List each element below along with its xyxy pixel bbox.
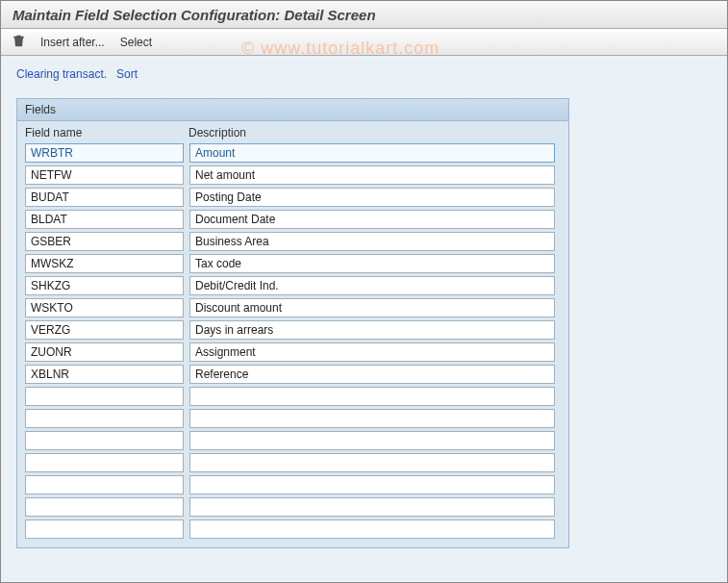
- field-desc-input[interactable]: [189, 431, 555, 450]
- table-row: [25, 453, 561, 472]
- field-name-input[interactable]: [25, 409, 184, 428]
- field-desc-input[interactable]: [189, 276, 555, 295]
- field-name-input[interactable]: [25, 232, 184, 251]
- field-name-input[interactable]: [25, 342, 184, 362]
- field-desc-input[interactable]: [189, 165, 555, 185]
- table-row: [25, 520, 561, 539]
- insert-after-label: Insert after...: [40, 36, 105, 49]
- table-row: [25, 342, 561, 362]
- table-row: [25, 497, 561, 517]
- table-row: [25, 475, 561, 494]
- field-desc-input[interactable]: [189, 497, 555, 517]
- field-name-input[interactable]: [25, 387, 184, 406]
- field-name-input[interactable]: [25, 276, 184, 295]
- field-name-input[interactable]: [25, 143, 184, 163]
- field-name-input[interactable]: [25, 188, 184, 207]
- fields-panel: Fields Field name Description: [16, 98, 569, 548]
- field-desc-input[interactable]: [189, 365, 555, 384]
- col-header-description: Description: [188, 126, 561, 139]
- field-desc-input[interactable]: [189, 210, 555, 229]
- table-row: [25, 409, 561, 428]
- field-desc-input[interactable]: [189, 342, 555, 362]
- field-desc-input[interactable]: [189, 143, 555, 163]
- field-desc-input[interactable]: [189, 320, 555, 340]
- select-label: Select: [120, 36, 152, 49]
- link-row: Clearing transact. Sort: [16, 67, 712, 81]
- field-desc-input[interactable]: [189, 387, 555, 406]
- field-name-input[interactable]: [25, 320, 184, 340]
- table-row: [25, 210, 561, 229]
- field-name-input[interactable]: [25, 497, 184, 517]
- table-row: [25, 387, 561, 406]
- toolbar: Insert after... Select: [1, 29, 727, 56]
- field-name-input[interactable]: [25, 431, 184, 450]
- select-button[interactable]: Select: [120, 36, 152, 49]
- field-desc-input[interactable]: [189, 520, 555, 539]
- table-row: [25, 232, 561, 251]
- clearing-link[interactable]: Clearing transact.: [16, 67, 107, 81]
- insert-after-button[interactable]: Insert after...: [40, 36, 105, 49]
- field-desc-input[interactable]: [189, 475, 555, 494]
- panel-title: Fields: [17, 99, 568, 121]
- field-desc-input[interactable]: [189, 254, 555, 273]
- field-desc-input[interactable]: [189, 298, 555, 317]
- table-row: [25, 276, 561, 295]
- column-headers: Field name Description: [17, 121, 568, 143]
- table-row: [25, 188, 561, 207]
- table-row: [25, 431, 561, 450]
- table-row: [25, 365, 561, 384]
- page-title: Maintain Field Selection Configuration: …: [13, 7, 715, 23]
- field-name-input[interactable]: [25, 254, 184, 273]
- field-desc-input[interactable]: [189, 232, 555, 251]
- field-name-input[interactable]: [25, 365, 184, 384]
- table-row: [25, 143, 561, 163]
- field-desc-input[interactable]: [189, 453, 555, 472]
- field-name-input[interactable]: [25, 453, 184, 472]
- field-name-input[interactable]: [25, 165, 184, 185]
- col-header-field-name: Field name: [25, 126, 188, 139]
- table-row: [25, 165, 561, 185]
- delete-button[interactable]: [13, 34, 25, 50]
- field-desc-input[interactable]: [189, 188, 555, 207]
- table-row: [25, 298, 561, 317]
- field-desc-input[interactable]: [189, 409, 555, 428]
- field-name-input[interactable]: [25, 520, 184, 539]
- field-name-input[interactable]: [25, 210, 184, 229]
- sort-link[interactable]: Sort: [116, 67, 138, 81]
- trash-icon: [13, 34, 25, 50]
- content-area: © www.tutorialkart.com Clearing transact…: [1, 56, 727, 581]
- header-bar: Maintain Field Selection Configuration: …: [1, 1, 727, 29]
- table-row: [25, 254, 561, 273]
- rows-container: [17, 143, 568, 539]
- field-name-input[interactable]: [25, 298, 184, 317]
- table-row: [25, 320, 561, 340]
- field-name-input[interactable]: [25, 475, 184, 494]
